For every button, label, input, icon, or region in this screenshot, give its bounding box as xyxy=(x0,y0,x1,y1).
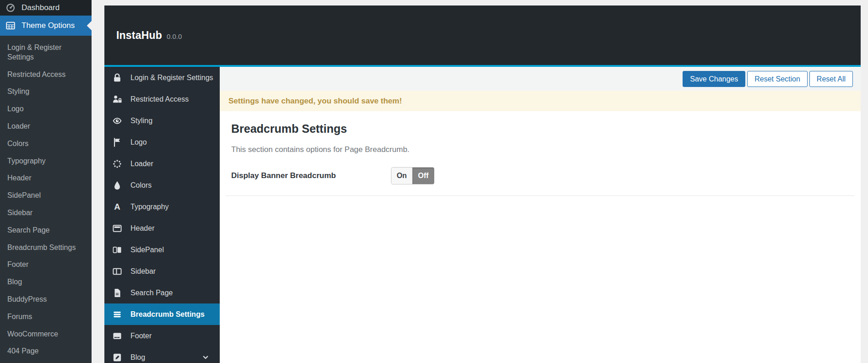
redux-nav-label: Logo xyxy=(130,138,147,146)
section-description: This section contains options for Page B… xyxy=(231,145,861,154)
reset-section-button[interactable]: Reset Section xyxy=(747,71,808,87)
redux-nav-label: Typography xyxy=(130,203,169,211)
toggle-on-button[interactable]: On xyxy=(391,168,412,184)
sidebar-item-dashboard[interactable]: Dashboard xyxy=(0,0,92,16)
field-row-display-banner-breadcrumb: Display Banner Breadcrumb On Off xyxy=(226,167,855,196)
submenu-item-blog[interactable]: Blog xyxy=(0,274,92,291)
unsaved-changes-notice: Settings have changed, you should save t… xyxy=(220,91,861,111)
redux-nav-label: Styling xyxy=(130,117,152,125)
redux-nav-label: Breadcrumb Settings xyxy=(130,310,205,319)
chevron-down-icon xyxy=(201,353,210,362)
submenu-item-sidebar[interactable]: Sidebar xyxy=(0,205,92,222)
redux-nav-label: Sidebar xyxy=(130,267,156,276)
submenu-item-login-register-settings[interactable]: Login & Register Settings xyxy=(0,39,92,66)
loader-icon xyxy=(112,159,122,169)
redux-section-nav: Login & Register SettingsRestricted Acce… xyxy=(104,67,220,363)
flag-icon xyxy=(112,137,122,147)
action-bar: Save Changes Reset Section Reset All xyxy=(220,67,861,91)
redux-nav-item-sidebar[interactable]: Sidebar xyxy=(104,260,220,282)
section-heading: Breadcrumb Settings xyxy=(231,122,861,135)
redux-nav-item-sidepanel[interactable]: SidePanel xyxy=(104,239,220,260)
field-label: Display Banner Breadcrumb xyxy=(231,171,391,180)
save-changes-button[interactable]: Save Changes xyxy=(683,71,745,87)
theme-options-icon xyxy=(5,20,16,31)
submenu-item-loader[interactable]: Loader xyxy=(0,118,92,135)
submenu-item-logo[interactable]: Logo xyxy=(0,101,92,118)
redux-nav-label: Colors xyxy=(130,181,152,190)
pencil-square-icon xyxy=(112,352,122,363)
panel-title: InstaHub xyxy=(116,29,162,42)
submenu-item-forums[interactable]: Forums xyxy=(0,309,92,326)
redux-nav-label: Header xyxy=(130,224,154,233)
redux-nav-item-breadcrumb-settings[interactable]: Breadcrumb Settings xyxy=(104,303,220,325)
sidepanel-icon xyxy=(112,245,122,255)
lock-icon xyxy=(112,73,122,83)
redux-nav-item-logo[interactable]: Logo xyxy=(104,131,220,153)
document-icon xyxy=(112,288,122,298)
redux-nav-item-loader[interactable]: Loader xyxy=(104,153,220,174)
redux-nav-label: Restricted Access xyxy=(130,95,189,103)
panel-header: InstaHub 0.0.0 xyxy=(104,5,861,65)
submenu-item-typography[interactable]: Typography xyxy=(0,153,92,170)
reset-all-button[interactable]: Reset All xyxy=(809,71,853,87)
submenu-item-buddypress[interactable]: BuddyPress xyxy=(0,291,92,309)
submenu-item-sidepanel[interactable]: SidePanel xyxy=(0,187,92,205)
submenu-item-footer[interactable]: Footer xyxy=(0,256,92,274)
redux-nav-label: SidePanel xyxy=(130,246,164,254)
redux-nav-label: Blog xyxy=(130,353,145,362)
redux-nav-label: Search Page xyxy=(130,289,173,297)
list-icon xyxy=(112,309,122,320)
wp-admin-sidebar: Dashboard Theme Options Login & Register… xyxy=(0,0,92,363)
theme-options-panel: InstaHub 0.0.0 Login & Register Settings… xyxy=(104,5,861,363)
redux-nav-item-restricted-access[interactable]: Restricted Access xyxy=(104,88,220,110)
submenu-item-search-page[interactable]: Search Page xyxy=(0,222,92,239)
redux-nav-item-header[interactable]: Header xyxy=(104,217,220,239)
redux-nav-label: Login & Register Settings xyxy=(130,74,213,82)
redux-nav-label: Footer xyxy=(130,332,152,340)
sidebar-item-theme-options[interactable]: Theme Options xyxy=(0,16,92,36)
redux-nav-label: Loader xyxy=(130,160,153,168)
footer-icon xyxy=(112,331,122,341)
panel-body: Login & Register SettingsRestricted Acce… xyxy=(104,67,861,363)
droplet-icon xyxy=(112,180,122,190)
sidebar-item-label: Dashboard xyxy=(22,3,60,12)
user-lock-icon xyxy=(112,94,122,104)
header-icon xyxy=(112,223,122,233)
theme-options-submenu: Login & Register SettingsRestricted Acce… xyxy=(0,36,92,363)
current-menu-arrow xyxy=(87,21,98,31)
submenu-item-woocommerce[interactable]: WooCommerce xyxy=(0,326,92,343)
submenu-item-additional-code[interactable]: Additional Code xyxy=(0,360,92,363)
submenu-item-breadcrumb-settings[interactable]: Breadcrumb Settings xyxy=(0,239,92,257)
sidebar-icon xyxy=(112,266,122,276)
submenu-item-colors[interactable]: Colors xyxy=(0,135,92,153)
dashboard-icon xyxy=(5,2,16,13)
typography-icon: A xyxy=(112,202,122,212)
submenu-item-restricted-access[interactable]: Restricted Access xyxy=(0,66,92,84)
redux-nav-item-blog[interactable]: Blog xyxy=(104,347,220,363)
redux-nav-item-footer[interactable]: Footer xyxy=(104,325,220,347)
redux-nav-item-typography[interactable]: ATypography xyxy=(104,196,220,217)
submenu-item-header[interactable]: Header xyxy=(0,170,92,187)
svg-text:A: A xyxy=(114,202,120,211)
notice-text: Settings have changed, you should save t… xyxy=(228,97,402,106)
panel-version: 0.0.0 xyxy=(167,33,182,40)
redux-nav-item-login-register-settings[interactable]: Login & Register Settings xyxy=(104,67,220,88)
redux-nav-item-colors[interactable]: Colors xyxy=(104,174,220,196)
toggle-off-button[interactable]: Off xyxy=(412,168,434,184)
redux-nav-item-styling[interactable]: Styling xyxy=(104,110,220,131)
eye-icon xyxy=(112,116,122,126)
sidebar-item-label: Theme Options xyxy=(22,21,75,30)
screen: Dashboard Theme Options Login & Register… xyxy=(0,0,868,363)
display-banner-breadcrumb-toggle: On Off xyxy=(391,167,434,184)
submenu-item-styling[interactable]: Styling xyxy=(0,83,92,101)
submenu-item-404-page[interactable]: 404 Page xyxy=(0,343,92,360)
redux-content: Save Changes Reset Section Reset All Set… xyxy=(220,67,861,363)
redux-nav-item-search-page[interactable]: Search Page xyxy=(104,282,220,303)
